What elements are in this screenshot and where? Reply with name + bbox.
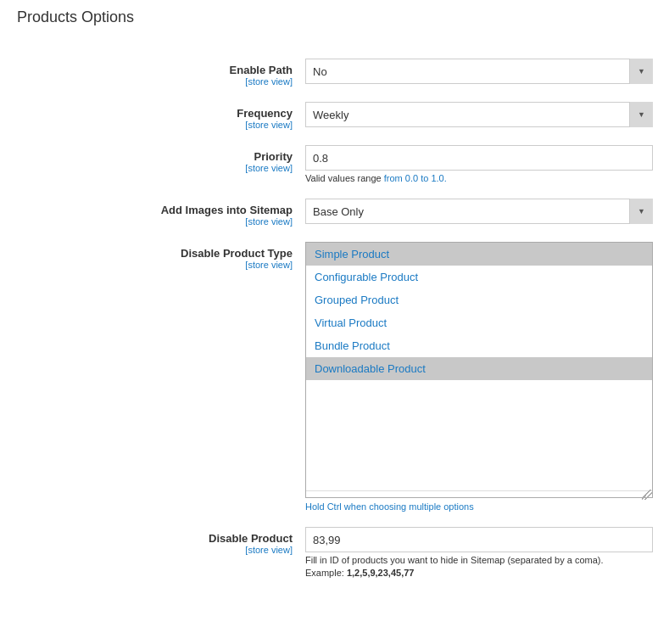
add-images-store-view: [store view] — [17, 216, 293, 227]
priority-hint: Valid values range from 0.0 to 1.0. — [305, 173, 653, 183]
disable-product-type-row: Disable Product Type [store view] Simple… — [17, 242, 652, 512]
priority-input[interactable] — [305, 145, 653, 171]
list-item[interactable]: Configurable Product — [306, 266, 652, 288]
add-images-select-wrapper: None Base Only All — [305, 199, 653, 224]
add-images-label: Add Images into Sitemap — [17, 204, 293, 216]
add-images-select[interactable]: None Base Only All — [305, 199, 653, 224]
list-item[interactable]: Grouped Product — [306, 288, 652, 311]
disable-product-type-label: Disable Product Type — [17, 247, 293, 260]
enable-path-input-cell: No Yes — [305, 59, 653, 84]
enable-path-select[interactable]: No Yes — [305, 59, 653, 84]
product-type-list: Simple Product Configurable Product Grou… — [306, 243, 652, 380]
priority-range-text: from 0.0 to 1.0. — [384, 173, 447, 183]
example-label: Example: — [305, 568, 344, 578]
page-title: Products Options — [17, 8, 652, 33]
disable-product-input-cell: Fill in ID of products you want to hide … — [305, 527, 653, 578]
enable-path-select-wrapper: No Yes — [305, 59, 653, 84]
ctrl-hint: Hold Ctrl when choosing multiple options — [305, 501, 653, 512]
frequency-store-view: [store view] — [17, 120, 293, 130]
disable-product-label: Disable Product — [17, 532, 293, 545]
priority-label: Priority — [17, 150, 293, 163]
disable-product-input[interactable] — [305, 527, 653, 552]
disable-product-hint-text: Fill in ID of products you want to hide … — [305, 555, 604, 565]
disable-product-hint: Fill in ID of products you want to hide … — [305, 555, 653, 565]
enable-path-label: Enable Path — [17, 64, 293, 76]
multiselect-resize-handle — [306, 490, 652, 497]
frequency-input-cell: Daily Weekly Monthly Yearly Never — [305, 102, 653, 127]
list-item[interactable]: Downloadable Product — [306, 357, 652, 380]
frequency-label: Frequency — [17, 107, 293, 120]
list-item[interactable]: Virtual Product — [306, 311, 652, 334]
enable-path-row: Enable Path [store view] No Yes — [17, 59, 652, 87]
list-item[interactable]: Bundle Product — [306, 334, 652, 357]
disable-product-type-input-cell: Simple Product Configurable Product Grou… — [305, 242, 653, 512]
add-images-row: Add Images into Sitemap [store view] Non… — [17, 199, 652, 227]
priority-input-cell: Valid values range from 0.0 to 1.0. — [305, 145, 653, 183]
disable-product-type-multiselect: Simple Product Configurable Product Grou… — [305, 242, 653, 498]
frequency-select-wrapper: Daily Weekly Monthly Yearly Never — [305, 102, 653, 127]
priority-store-view: [store view] — [17, 163, 293, 173]
add-images-input-cell: None Base Only All — [305, 199, 653, 224]
frequency-select[interactable]: Daily Weekly Monthly Yearly Never — [305, 102, 653, 127]
disable-product-store-view: [store view] — [17, 545, 293, 555]
priority-row: Priority [store view] Valid values range… — [17, 145, 652, 183]
disable-product-type-store-view: [store view] — [17, 260, 293, 270]
example-value: 1,2,5,9,23,45,77 — [347, 568, 415, 578]
list-item[interactable]: Simple Product — [306, 243, 652, 266]
frequency-row: Frequency [store view] Daily Weekly Mont… — [17, 102, 652, 130]
resize-icon — [642, 490, 652, 500]
disable-product-row: Disable Product [store view] Fill in ID … — [17, 527, 652, 578]
enable-path-store-view: [store view] — [17, 76, 293, 87]
disable-product-example: Example: 1,2,5,9,23,45,77 — [305, 568, 653, 578]
